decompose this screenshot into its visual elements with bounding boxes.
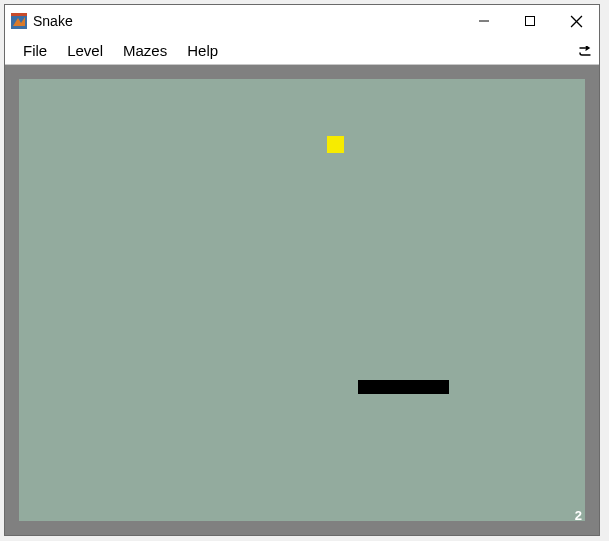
app-icon xyxy=(11,13,27,29)
score-display: 2 xyxy=(575,508,582,523)
window-controls xyxy=(461,5,599,37)
app-window: Snake File Level Mazes Help xyxy=(4,4,600,536)
toolbar-overflow-icon[interactable] xyxy=(579,43,593,59)
menubar: File Level Mazes Help xyxy=(5,37,599,65)
food-block xyxy=(327,136,344,153)
snake-body xyxy=(358,380,449,394)
svg-rect-4 xyxy=(526,17,535,26)
menu-level[interactable]: Level xyxy=(57,39,113,62)
menu-help[interactable]: Help xyxy=(177,39,228,62)
menu-mazes[interactable]: Mazes xyxy=(113,39,177,62)
menu-file[interactable]: File xyxy=(13,39,57,62)
game-border: 2 xyxy=(5,65,599,535)
app-title: Snake xyxy=(33,13,461,29)
minimize-button[interactable] xyxy=(461,5,507,37)
maximize-button[interactable] xyxy=(507,5,553,37)
close-button[interactable] xyxy=(553,5,599,37)
svg-rect-2 xyxy=(11,13,27,16)
titlebar: Snake xyxy=(5,5,599,37)
play-field[interactable]: 2 xyxy=(19,79,585,521)
